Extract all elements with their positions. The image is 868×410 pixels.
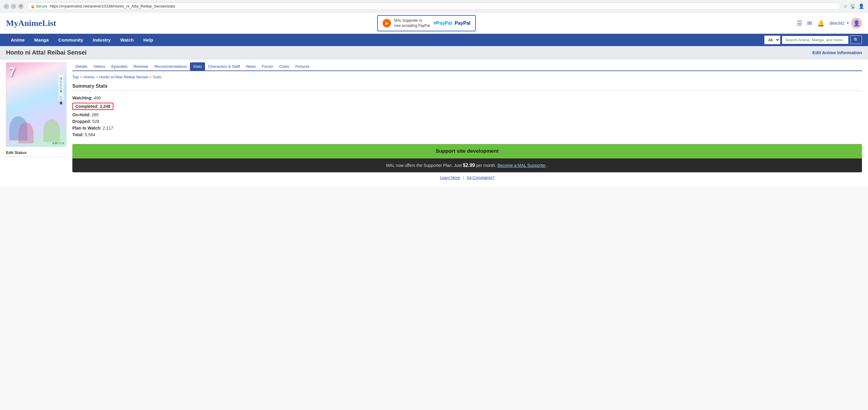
page-title: Honto ni Atta! Reibai Sensei: [6, 49, 87, 56]
tab-recommendations[interactable]: Recommendations: [151, 62, 190, 70]
tab-news[interactable]: News: [243, 62, 259, 70]
stat-row-dropped: Dropped: 528: [72, 118, 862, 125]
nav-help[interactable]: Help: [139, 34, 158, 46]
nav-manga[interactable]: Manga: [30, 34, 54, 46]
banner-text: MAL Supporter is now accepting PayPal.: [394, 18, 431, 28]
edit-status-label: Edit Status: [6, 150, 66, 155]
tab-details[interactable]: Details: [72, 62, 90, 70]
nav-anime[interactable]: Anime: [6, 34, 30, 46]
ad-banner-top-text: Support site development: [436, 148, 499, 154]
ad-cta-link[interactable]: Become a MAL Supporter: [497, 163, 546, 168]
cover-author: 松本ひでき: [53, 142, 64, 145]
anime-cover-art: 7 ほんとにあった！霊媒先生 松本ひでき: [6, 63, 66, 146]
address-bar[interactable]: 🔒 Secure https://myanimelist.net/anime/1…: [27, 2, 840, 10]
stat-row-onhold: On-Hold: 285: [72, 111, 862, 118]
total-label: Total:: [72, 132, 84, 137]
ad-banner: Support site development MAL now offers …: [72, 144, 862, 172]
secure-label: Secure: [36, 4, 47, 8]
dropped-label: Dropped:: [72, 119, 91, 124]
stat-row-watching: Watching: 406: [72, 95, 862, 101]
search-input[interactable]: [782, 36, 848, 44]
user-menu[interactable]: dlee342 ▼ 👤: [829, 18, 862, 29]
char-shape-3: [43, 119, 60, 142]
back-button[interactable]: ←: [4, 4, 9, 9]
menu-icon[interactable]: ☰: [797, 20, 802, 27]
breadcrumb: Top > Anime > Honto ni Atta! Reibai Sens…: [72, 75, 862, 79]
page: MyAnimeList ▶ MAL Supporter is now accep…: [0, 13, 868, 186]
content-tabs: Details Videos Episodes Reviews Recommen…: [72, 62, 862, 71]
nav-industry[interactable]: Industry: [88, 34, 116, 46]
edit-anime-link[interactable]: Edit Anime Information: [812, 50, 862, 55]
nav-community[interactable]: Community: [53, 34, 88, 46]
sidebar: 7 ほんとにあった！霊媒先生 松本ひでき Edit Status: [6, 62, 66, 183]
plantowatch-label: Plan to Watch:: [72, 126, 102, 131]
onhold-label: On-Hold:: [72, 112, 90, 117]
secure-badge: 🔒 Secure: [30, 4, 47, 8]
forward-button[interactable]: →: [11, 4, 16, 9]
profile-button[interactable]: 👤: [858, 3, 864, 9]
tab-pictures[interactable]: Pictures: [292, 62, 312, 70]
lock-icon: 🔒: [30, 4, 35, 8]
tab-episodes[interactable]: Episodes: [108, 62, 130, 70]
nav-watch[interactable]: Watch: [116, 34, 138, 46]
nav-search: All 🔍: [764, 36, 862, 44]
tab-forum[interactable]: Forum: [259, 62, 276, 70]
site-header: MyAnimeList ▶ MAL Supporter is now accep…: [0, 13, 868, 34]
header-right: ☰ ✉ 🔔 dlee342 ▼ 👤: [797, 18, 862, 29]
user-name: dlee342: [829, 21, 844, 26]
refresh-button[interactable]: ↻: [18, 4, 24, 9]
edit-status-divider: [6, 157, 66, 157]
anime-cover: 7 ほんとにあった！霊媒先生 松本ひでき: [6, 62, 66, 147]
tab-reviews[interactable]: Reviews: [130, 62, 151, 70]
stat-row-total: Total: 5,584: [72, 131, 862, 138]
plantowatch-value: 2,117: [103, 126, 113, 131]
content-area: 7 ほんとにあった！霊媒先生 松本ひでき Edit Status Detai: [0, 59, 868, 186]
cast-button[interactable]: 📡: [850, 3, 856, 9]
edit-status-section: Edit Status: [6, 150, 66, 157]
browser-chrome: ← → ↻ 🔒 Secure https://myanimelist.net/a…: [0, 0, 868, 13]
ad-bottom-prefix: MAL now offers the Supporter Plan. Just: [386, 163, 463, 168]
ad-footer: Learn More | Ad Complaints?: [72, 172, 862, 183]
browser-actions: ☆ 📡 👤: [843, 3, 864, 9]
page-title-bar: Honto ni Atta! Reibai Sensei Edit Anime …: [0, 46, 868, 59]
search-category-select[interactable]: All: [764, 36, 780, 44]
notification-icon[interactable]: 🔔: [817, 20, 825, 27]
main-content: Details Videos Episodes Reviews Recommen…: [72, 62, 862, 183]
completed-value: 2,248: [100, 104, 110, 109]
site-logo[interactable]: MyAnimeList: [6, 19, 56, 28]
user-avatar: 👤: [851, 18, 862, 29]
banner-line2: now accepting PayPal.: [394, 23, 431, 28]
paypal-logo: ᴘPayPal PayPal: [434, 20, 471, 26]
stat-row-completed-wrapper: Completed: 2,248: [72, 102, 862, 110]
address-url: https://myanimelist.net/anime/10338/Hont…: [50, 4, 836, 8]
dropped-value: 528: [92, 119, 99, 124]
stats-title: Summary Stats: [72, 83, 862, 91]
learn-more-link[interactable]: Learn More: [440, 175, 460, 180]
main-nav: Anime Manga Community Industry Watch Hel…: [0, 34, 868, 46]
tab-clubs[interactable]: Clubs: [276, 62, 292, 70]
banner-line1: MAL Supporter is: [394, 18, 431, 23]
star-button[interactable]: ☆: [843, 3, 847, 9]
message-icon[interactable]: ✉: [807, 20, 812, 27]
header-banner: ▶ MAL Supporter is now accepting PayPal.…: [377, 15, 476, 31]
footer-separator: |: [463, 175, 464, 180]
breadcrumb-series[interactable]: Honto ni Atta! Reibai Sensei: [99, 75, 148, 79]
total-value: 5,584: [85, 132, 95, 137]
cover-text-jp: ほんとにあった！霊媒先生: [59, 75, 64, 100]
tab-videos[interactable]: Videos: [90, 62, 108, 70]
search-button[interactable]: 🔍: [850, 36, 862, 44]
stats-section: Summary Stats Watching: 406 Completed: 2…: [72, 83, 862, 138]
ad-price: $2.99: [463, 163, 475, 168]
ad-bottom-suffix: .: [547, 163, 548, 168]
cover-number: 7: [9, 65, 16, 79]
breadcrumb-sep-2: >: [96, 75, 98, 79]
breadcrumb-current: Stats: [153, 75, 162, 79]
tab-stats[interactable]: Stats: [190, 62, 205, 70]
breadcrumb-anime[interactable]: Anime: [84, 75, 95, 79]
ad-banner-bottom: MAL now offers the Supporter Plan. Just …: [72, 159, 862, 172]
breadcrumb-sep-3: >: [149, 75, 152, 79]
watching-label: Watching:: [72, 96, 93, 100]
breadcrumb-top[interactable]: Top: [72, 75, 79, 79]
tab-characters-staff[interactable]: Characters & Staff: [205, 62, 243, 70]
ad-complaints-link[interactable]: Ad Complaints?: [467, 175, 494, 180]
